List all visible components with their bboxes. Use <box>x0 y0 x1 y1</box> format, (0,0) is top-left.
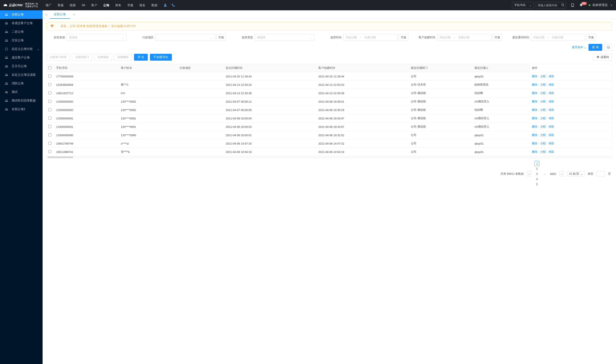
row-delete-link[interactable]: 删除 <box>532 91 538 95</box>
jump-page-input[interactable] <box>596 171 605 176</box>
sidebar-item[interactable]: 全部公海 <box>0 10 43 19</box>
sidebar-item[interactable]: 全部公海2 <box>0 105 43 114</box>
row-assign-link[interactable]: 分配 <box>540 108 546 111</box>
create-time-range[interactable]: 开始日期~结束日期 <box>437 34 491 41</box>
row-claim-link[interactable]: 领取 <box>549 133 554 137</box>
row-checkbox[interactable] <box>48 117 51 120</box>
tablet-icon[interactable] <box>571 3 575 7</box>
bulk-delete-button[interactable]: 批量删除 <box>114 54 132 61</box>
sidebar-item[interactable]: 二咨公海 <box>0 27 43 36</box>
recent-call-empty-button[interactable]: 空值 <box>586 34 596 41</box>
export-plain-button[interactable]: 不加密导出 <box>150 54 172 61</box>
query-button[interactable]: 查 询 <box>589 44 602 51</box>
row-delete-link[interactable]: 删除 <box>532 83 538 86</box>
sidebar-item[interactable]: 五月天公海 <box>0 62 43 71</box>
nav-item[interactable]: 线索 <box>67 0 79 10</box>
user-add-icon[interactable] <box>163 3 167 7</box>
pager-page[interactable]: 4 <box>535 176 539 182</box>
sidebar-item[interactable]: 注安公海 <box>0 36 43 45</box>
row-claim-link[interactable]: 领取 <box>549 91 554 95</box>
nav-item[interactable]: 客服 <box>55 0 67 10</box>
tabs-collapse-icon[interactable] <box>43 10 50 19</box>
sidebar-item[interactable]: 消防公海 <box>0 79 43 88</box>
sidebar-item[interactable]: 测试 <box>0 88 43 96</box>
row-assign-link[interactable]: 分配 <box>540 117 546 120</box>
pager-prev[interactable]: ‹ <box>527 171 531 176</box>
row-delete-link[interactable]: 删除 <box>532 125 538 128</box>
row-claim-link[interactable]: 领取 <box>549 83 554 86</box>
sidebar-item[interactable]: 自定义公海过滤器 <box>0 71 43 79</box>
nav-item[interactable]: IM <box>79 0 88 10</box>
abandon-time-range[interactable]: 开始日期~结束日期 <box>343 34 398 41</box>
row-checkbox[interactable] <box>48 142 51 145</box>
nav-item[interactable]: 推广 <box>43 0 55 10</box>
sidebar-item[interactable]: 非成交客户公海 <box>0 19 43 27</box>
select-all-checkbox[interactable] <box>48 66 51 69</box>
horizontal-scrollbar[interactable] <box>47 156 612 158</box>
pager-last[interactable]: 6882 <box>550 171 556 176</box>
row-claim-link[interactable]: 领取 <box>549 75 554 78</box>
row-assign-link[interactable]: 分配 <box>540 91 546 95</box>
nav-item[interactable]: 公海 <box>100 0 112 10</box>
user-menu[interactable]: 机构管理员 ▾ <box>589 3 612 7</box>
row-delete-link[interactable]: 删除 <box>532 100 538 103</box>
row-claim-link[interactable]: 领取 <box>549 150 554 153</box>
search-icon[interactable] <box>561 3 565 7</box>
pager-page[interactable]: 5 <box>535 182 539 187</box>
row-delete-link[interactable]: 删除 <box>532 133 538 137</box>
tab-all-public-sea[interactable]: 全部公海 <box>50 10 70 19</box>
recent-call-range[interactable]: 开始日期~结束日期 <box>531 34 585 41</box>
row-delete-link[interactable]: 删除 <box>532 150 538 153</box>
nav-item[interactable]: 财务 <box>112 0 124 10</box>
row-claim-link[interactable]: 领取 <box>549 100 554 103</box>
row-assign-link[interactable]: 分配 <box>540 142 546 145</box>
row-assign-link[interactable]: 分配 <box>540 100 546 103</box>
sidebar-item[interactable]: 测试昨日回库数据 <box>0 96 43 105</box>
phone-icon[interactable] <box>171 3 176 7</box>
abandon-time-empty-button[interactable]: 空值 <box>399 34 408 41</box>
pager-page[interactable]: 1 <box>535 161 539 166</box>
row-assign-link[interactable]: 分配 <box>540 150 546 153</box>
page-size-select[interactable]: 10 条/页⌄ <box>567 171 585 176</box>
pager-page[interactable]: 3 <box>535 171 539 176</box>
row-assign-link[interactable]: 分配 <box>540 75 546 78</box>
row-checkbox[interactable] <box>48 150 51 153</box>
row-checkbox[interactable] <box>48 83 51 86</box>
abandon-type-select[interactable]: 请选择⌄ <box>255 34 314 41</box>
nav-item[interactable]: 学服 <box>124 0 136 10</box>
row-claim-link[interactable]: 领取 <box>549 117 554 120</box>
row-checkbox[interactable] <box>48 125 51 128</box>
row-delete-link[interactable]: 删除 <box>532 117 538 120</box>
row-delete-link[interactable]: 删除 <box>532 108 538 111</box>
tab-add-button[interactable]: + <box>70 10 78 19</box>
row-delete-link[interactable]: 删除 <box>532 142 538 145</box>
configure-columns-button[interactable]: 设置列 <box>593 54 612 61</box>
pager-next[interactable]: › <box>559 171 564 176</box>
friend-source-select[interactable]: 请选择⌄ <box>67 34 127 41</box>
row-assign-link[interactable]: 分配 <box>540 125 546 128</box>
row-checkbox[interactable] <box>48 133 51 136</box>
nav-item[interactable]: 报名 <box>136 0 148 10</box>
row-checkbox[interactable] <box>48 75 51 78</box>
pager-page[interactable]: 2 <box>535 166 539 171</box>
row-assign-link[interactable]: 分配 <box>540 83 546 86</box>
assign-manager-button[interactable]: 分配客户经理 <box>46 54 70 61</box>
assign-department-button[interactable]: 分配到部门 <box>72 54 92 61</box>
row-delete-link[interactable]: 删除 <box>532 75 538 78</box>
admin-region-select[interactable]: ⌄ <box>155 34 215 41</box>
expand-conditions-link[interactable]: 展开条件⌄ <box>572 45 586 49</box>
sidebar-item[interactable]: 成交客户公海 <box>0 53 43 62</box>
row-checkbox[interactable] <box>48 100 51 103</box>
notifications-button[interactable]: 99+ <box>579 3 583 7</box>
row-claim-link[interactable]: 领取 <box>549 142 554 145</box>
bulk-claim-button[interactable]: 批量领取 <box>94 54 112 61</box>
row-claim-link[interactable]: 领取 <box>549 125 554 128</box>
search-type-select[interactable]: 手机号码 ⌄ <box>512 2 534 8</box>
nav-item[interactable]: 数据 <box>148 0 160 10</box>
export-button[interactable]: 导 出 <box>134 54 148 61</box>
sidebar-item[interactable]: 自定义公海分组⌄ <box>0 45 43 53</box>
row-checkbox[interactable] <box>48 108 51 111</box>
create-time-empty-button[interactable]: 空值 <box>493 34 502 41</box>
nav-item[interactable]: 客户 <box>88 0 100 10</box>
row-assign-link[interactable]: 分配 <box>540 133 546 137</box>
